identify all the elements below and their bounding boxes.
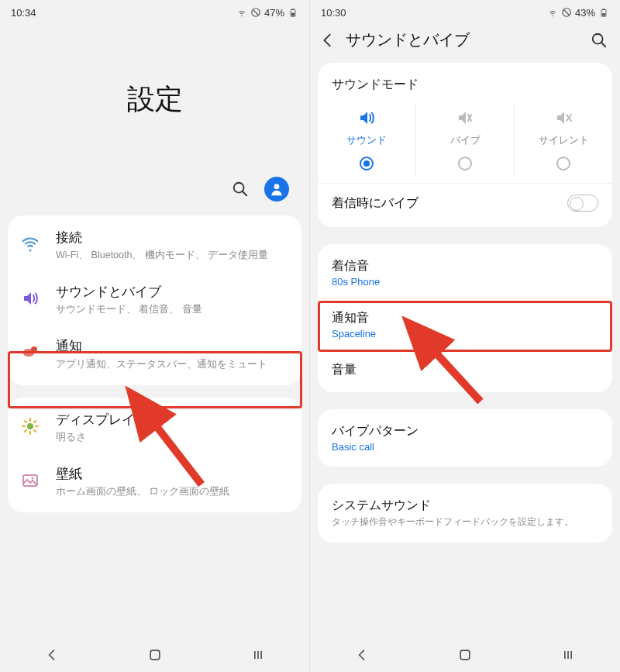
svg-line-18	[34, 421, 36, 422]
sound-on-icon	[357, 109, 376, 127]
sound-mode-option-vibrate[interactable]: バイブ	[416, 102, 515, 177]
square-icon	[457, 647, 473, 663]
do-not-disturb-icon	[561, 7, 572, 18]
list-item-display[interactable]: ディスプレイ 明るさ	[8, 401, 301, 455]
nav-home-button[interactable]	[456, 646, 474, 664]
status-right: 47%	[236, 7, 298, 19]
list-item-notifications[interactable]: 通知 アプリ通知、ステータスバー、通知をミュート	[8, 327, 301, 381]
svg-line-27	[563, 10, 569, 16]
toggle-label: 着信時にバイブ	[332, 195, 418, 212]
mode-label: サイレント	[539, 133, 589, 147]
radio-button[interactable]	[556, 157, 570, 171]
row-title: 通知音	[332, 310, 598, 326]
sound-options-card: 着信音 80s Phone 通知音 Spaceline 音量	[318, 244, 612, 392]
battery-icon	[288, 7, 298, 18]
row-title: 音量	[332, 362, 598, 378]
status-time: 10:34	[11, 7, 36, 19]
settings-panel-left: 10:34 47% 設定 接続 Wi-Fi、 Bluetooth、 機内モード、…	[0, 0, 310, 672]
page-title: 設定	[0, 22, 309, 177]
mute-icon	[554, 109, 573, 127]
battery-icon	[598, 7, 609, 18]
chevron-left-icon	[354, 647, 370, 663]
svg-rect-21	[150, 650, 160, 660]
mode-label: バイブ	[450, 133, 480, 147]
row-value: Basic call	[332, 441, 598, 453]
profile-avatar[interactable]	[264, 177, 289, 202]
row-value: Spaceline	[332, 328, 598, 339]
settings-card-1: 接続 Wi-Fi、 Bluetooth、 機内モード、 データ使用量 サウンドと…	[8, 215, 301, 385]
sound-mode-option-sound[interactable]: サウンド	[318, 102, 416, 177]
status-time: 10:30	[321, 7, 346, 19]
sound-icon	[21, 289, 40, 308]
notification-sound-row[interactable]: 通知音 Spaceline	[318, 298, 612, 350]
list-title: 通知	[56, 338, 289, 355]
app-bar: サウンドとバイブ	[310, 22, 620, 55]
settings-card-2: ディスプレイ 明るさ 壁紙 ホーム画面の壁紙、 ロック画面の壁紙	[8, 398, 301, 512]
svg-point-20	[32, 477, 34, 479]
nav-recents-button[interactable]	[559, 646, 577, 664]
nav-bar	[310, 638, 620, 672]
nav-back-button[interactable]	[353, 646, 371, 664]
svg-rect-35	[460, 650, 470, 660]
status-battery: 43%	[575, 7, 595, 19]
sound-mode-title: サウンドモード	[318, 66, 612, 96]
svg-line-1	[253, 10, 258, 16]
chevron-left-icon	[44, 647, 60, 663]
brightness-icon	[21, 417, 40, 436]
svg-rect-30	[602, 13, 605, 16]
ringtone-row[interactable]: 着信音 80s Phone	[318, 247, 612, 298]
status-bar: 10:30 43%	[310, 0, 620, 22]
status-battery: 47%	[264, 7, 284, 19]
search-icon	[591, 32, 608, 49]
mode-label: サウンド	[346, 133, 387, 147]
sound-settings-panel-right: 10:30 43% サウンドとバイブ サウンドモード サウンド	[310, 0, 620, 672]
svg-line-17	[25, 430, 26, 432]
menu-icon	[250, 647, 266, 663]
wifi-icon	[547, 7, 558, 18]
svg-rect-4	[291, 13, 294, 16]
back-button[interactable]	[318, 30, 338, 50]
svg-line-6	[243, 191, 247, 196]
person-icon	[269, 181, 284, 197]
nav-back-button[interactable]	[43, 646, 61, 664]
search-icon	[232, 181, 249, 198]
system-sound-row[interactable]: システムサウンド タッチ操作音やキーボードフィードバックを設定します。	[318, 487, 612, 539]
volume-row[interactable]: 音量	[318, 350, 612, 389]
wallpaper-icon	[21, 471, 40, 490]
notification-icon	[21, 343, 40, 362]
nav-home-button[interactable]	[146, 646, 164, 664]
search-button[interactable]	[232, 181, 249, 198]
toggle-switch[interactable]	[567, 195, 598, 212]
nav-bar	[0, 638, 309, 672]
row-description: タッチ操作音やキーボードフィードバックを設定します。	[332, 515, 598, 529]
svg-line-15	[25, 421, 26, 422]
row-value: 80s Phone	[332, 276, 598, 288]
svg-line-16	[34, 430, 36, 432]
menu-icon	[560, 647, 576, 663]
list-item-connections[interactable]: 接続 Wi-Fi、 Bluetooth、 機内モード、 データ使用量	[8, 219, 301, 273]
sound-mode-card: サウンドモード サウンド バイブ サイレント	[318, 63, 612, 227]
list-title: 接続	[56, 229, 289, 246]
wifi-icon	[21, 235, 40, 253]
radio-button[interactable]	[360, 157, 374, 171]
row-title: システムサウンド	[332, 498, 598, 514]
vibration-pattern-row[interactable]: バイブパターン Basic call	[318, 412, 612, 464]
list-sub: Wi-Fi、 Bluetooth、 機内モード、 データ使用量	[56, 248, 289, 262]
svg-point-7	[274, 184, 280, 189]
list-sub: 明るさ	[56, 430, 289, 444]
vibrate-on-ring-row[interactable]: 着信時にバイブ	[318, 183, 612, 224]
search-button[interactable]	[589, 30, 609, 50]
radio-button[interactable]	[458, 157, 472, 171]
status-bar: 10:34 47%	[0, 0, 309, 22]
row-title: 着信音	[332, 258, 598, 274]
chevron-left-icon	[319, 32, 336, 49]
list-item-wallpaper[interactable]: 壁紙 ホーム画面の壁紙、 ロック画面の壁紙	[8, 455, 301, 509]
list-item-sound-vibration[interactable]: サウンドとバイブ サウンドモード、 着信音、 音量	[8, 273, 301, 327]
nav-recents-button[interactable]	[249, 646, 267, 664]
list-title: サウンドとバイブ	[56, 284, 289, 301]
sound-mode-option-silent[interactable]: サイレント	[515, 102, 612, 177]
svg-line-32	[601, 42, 606, 47]
vibrate-icon	[456, 109, 474, 127]
wifi-icon	[236, 7, 247, 18]
status-right: 43%	[547, 7, 609, 19]
